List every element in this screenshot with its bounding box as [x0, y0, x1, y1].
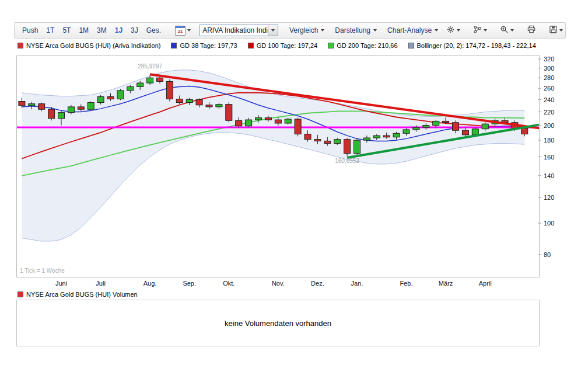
svg-text:180: 180 [544, 137, 554, 144]
candle [462, 130, 468, 135]
svg-text:80: 80 [544, 251, 551, 258]
print-button[interactable] [524, 24, 539, 37]
legend-swatch [248, 43, 254, 48]
svg-text:Juni: Juni [55, 280, 67, 287]
svg-text:140: 140 [544, 172, 554, 179]
save-button[interactable] [546, 24, 566, 37]
candle [127, 86, 134, 91]
legend-swatch [328, 43, 334, 48]
magnifier-icon [500, 25, 509, 36]
candle [97, 97, 104, 103]
legend-swatch [171, 43, 177, 48]
chart-application: Push 1T 5T 1M 3M 1J 3J Ges. 21 ARIVA Ind… [0, 0, 588, 368]
svg-text:300: 300 [544, 65, 554, 72]
volume-empty-message: keine Volumendaten vorhanden [225, 319, 331, 328]
menu-darstellung[interactable]: Darstellung [330, 25, 382, 36]
candle [236, 120, 242, 126]
candle [354, 140, 360, 153]
y-axis: 32030028026024022020018016014012010080 [538, 55, 554, 258]
svg-text:220: 220 [544, 109, 554, 116]
candle [88, 103, 94, 110]
legend-label: GD 38 Tage: 197,73 [180, 42, 237, 49]
candle [117, 91, 124, 99]
indicator-select[interactable]: ARIVA Indikation Indi [200, 25, 278, 36]
toolbar: Push 1T 5T 1M 3M 1J 3J Ges. 21 ARIVA Ind… [14, 22, 566, 39]
candle [443, 121, 449, 122]
legend-swatch [18, 43, 23, 48]
candle [147, 78, 153, 83]
indicators-button[interactable] [470, 24, 490, 37]
svg-text:Aug.: Aug. [144, 280, 157, 287]
svg-text:Sep.: Sep. [183, 280, 196, 287]
svg-text:100: 100 [544, 220, 554, 227]
legend-item-gd38: GD 38 Tage: 197,73 [171, 42, 237, 49]
legend-swatch [408, 43, 414, 48]
gear-icon [446, 25, 455, 36]
candle [453, 123, 459, 130]
caret-down-icon [321, 29, 324, 32]
svg-text:240: 240 [544, 96, 554, 103]
zoom-button[interactable] [497, 24, 517, 37]
timeframe-1m-button[interactable]: 1M [75, 25, 93, 36]
candle [295, 119, 301, 134]
candle [482, 124, 488, 129]
svg-text:April: April [479, 280, 492, 287]
svg-text:Feb.: Feb. [400, 280, 412, 287]
candle [423, 126, 429, 128]
candle [68, 107, 74, 113]
candle [285, 119, 291, 123]
timeframe-3m-button[interactable]: 3M [93, 25, 111, 36]
volume-legend-label: NYSE Arca Gold BUGS (HUI) Volumen [26, 291, 138, 298]
caret-down-icon [559, 29, 563, 32]
volume-panel: keine Volumendaten vorhanden [16, 300, 540, 346]
price-chart[interactable]: 285,9297160,65521 Tick = 1 Woche32030028… [16, 55, 576, 289]
candle [166, 81, 173, 99]
svg-text:März: März [439, 280, 453, 287]
candle [186, 100, 192, 103]
candle [29, 104, 35, 106]
tick-note: 1 Tick = 1 Woche [20, 268, 65, 274]
candle [176, 99, 183, 103]
candle [393, 133, 400, 137]
legend-item-gd200: GD 200 Tage: 210,66 [328, 42, 397, 49]
volume-legend: NYSE Arca Gold BUGS (HUI) Volumen [18, 291, 138, 298]
caret-down-icon [187, 29, 191, 32]
candle [403, 130, 410, 133]
svg-text:280: 280 [544, 74, 554, 81]
timeframe-1t-button[interactable]: 1T [42, 25, 58, 36]
settings-button[interactable] [443, 24, 463, 37]
date-range-button[interactable]: 21 [172, 25, 194, 37]
legend-label: GD 100 Tage: 197,24 [257, 42, 317, 49]
timeframe-1j-button[interactable]: 1J [111, 25, 127, 36]
candle [344, 140, 351, 154]
candle [314, 140, 321, 141]
candle [433, 121, 439, 125]
candle [275, 120, 281, 123]
candle [256, 118, 262, 120]
candle [265, 118, 271, 120]
svg-text:260: 260 [544, 85, 554, 92]
candle [334, 140, 341, 144]
caret-down-icon [484, 29, 487, 32]
caret-down-icon [510, 29, 514, 32]
indicator-select-value: ARIVA Indikation Indi [200, 26, 268, 34]
svg-text:Jan.: Jan. [351, 280, 363, 287]
candle [226, 105, 232, 121]
menu-chart-analyse[interactable]: Chart-Analyse [382, 25, 443, 36]
legend-swatch [18, 291, 23, 297]
menu-chart-analyse-label: Chart-Analyse [387, 26, 432, 34]
svg-text:Okt.: Okt. [223, 280, 235, 287]
candle [58, 113, 65, 119]
push-button[interactable]: Push [18, 25, 42, 36]
bollinger-band [22, 70, 524, 241]
candle [522, 128, 528, 134]
candle [246, 120, 252, 126]
timeframe-3j-button[interactable]: 3J [127, 25, 142, 36]
timeframe-5t-button[interactable]: 5T [58, 25, 75, 36]
svg-text:Nov.: Nov. [272, 280, 285, 287]
menu-vergleich[interactable]: Vergleich [284, 25, 330, 36]
timeframe-ges-button[interactable]: Ges. [142, 25, 165, 36]
caret-down-icon [271, 29, 275, 32]
menu-vergleich-label: Vergleich [289, 26, 318, 34]
candle [472, 129, 478, 135]
